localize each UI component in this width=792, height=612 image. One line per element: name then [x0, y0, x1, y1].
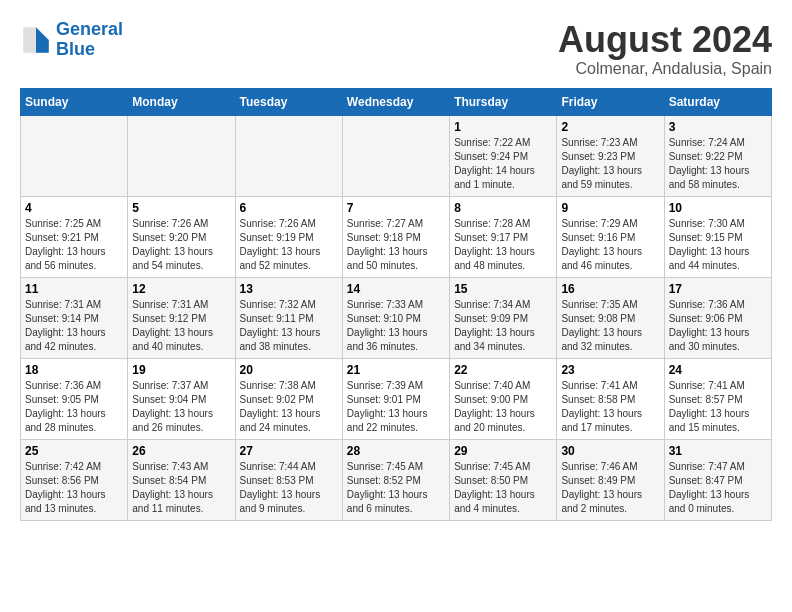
- day-info: Sunrise: 7:41 AM Sunset: 8:58 PM Dayligh…: [561, 379, 659, 435]
- calendar-table: SundayMondayTuesdayWednesdayThursdayFrid…: [20, 88, 772, 521]
- day-info: Sunrise: 7:22 AM Sunset: 9:24 PM Dayligh…: [454, 136, 552, 192]
- day-number: 20: [240, 363, 338, 377]
- day-number: 12: [132, 282, 230, 296]
- day-info: Sunrise: 7:31 AM Sunset: 9:14 PM Dayligh…: [25, 298, 123, 354]
- day-number: 27: [240, 444, 338, 458]
- day-number: 16: [561, 282, 659, 296]
- calendar-cell: 31Sunrise: 7:47 AM Sunset: 8:47 PM Dayli…: [664, 439, 771, 520]
- day-info: Sunrise: 7:34 AM Sunset: 9:09 PM Dayligh…: [454, 298, 552, 354]
- svg-marker-1: [36, 40, 49, 53]
- weekday-header-row: SundayMondayTuesdayWednesdayThursdayFrid…: [21, 88, 772, 115]
- day-info: Sunrise: 7:45 AM Sunset: 8:52 PM Dayligh…: [347, 460, 445, 516]
- calendar-cell: 28Sunrise: 7:45 AM Sunset: 8:52 PM Dayli…: [342, 439, 449, 520]
- day-info: Sunrise: 7:40 AM Sunset: 9:00 PM Dayligh…: [454, 379, 552, 435]
- day-number: 11: [25, 282, 123, 296]
- day-number: 10: [669, 201, 767, 215]
- day-number: 15: [454, 282, 552, 296]
- calendar-cell: 29Sunrise: 7:45 AM Sunset: 8:50 PM Dayli…: [450, 439, 557, 520]
- day-number: 13: [240, 282, 338, 296]
- page-title: August 2024: [558, 20, 772, 60]
- calendar-cell: 11Sunrise: 7:31 AM Sunset: 9:14 PM Dayli…: [21, 277, 128, 358]
- weekday-header-friday: Friday: [557, 88, 664, 115]
- day-info: Sunrise: 7:30 AM Sunset: 9:15 PM Dayligh…: [669, 217, 767, 273]
- day-info: Sunrise: 7:36 AM Sunset: 9:06 PM Dayligh…: [669, 298, 767, 354]
- calendar-week-5: 25Sunrise: 7:42 AM Sunset: 8:56 PM Dayli…: [21, 439, 772, 520]
- calendar-cell: 21Sunrise: 7:39 AM Sunset: 9:01 PM Dayli…: [342, 358, 449, 439]
- day-number: 7: [347, 201, 445, 215]
- day-info: Sunrise: 7:45 AM Sunset: 8:50 PM Dayligh…: [454, 460, 552, 516]
- calendar-cell: 22Sunrise: 7:40 AM Sunset: 9:00 PM Dayli…: [450, 358, 557, 439]
- day-number: 31: [669, 444, 767, 458]
- day-number: 8: [454, 201, 552, 215]
- day-info: Sunrise: 7:29 AM Sunset: 9:16 PM Dayligh…: [561, 217, 659, 273]
- day-number: 26: [132, 444, 230, 458]
- calendar-cell: 17Sunrise: 7:36 AM Sunset: 9:06 PM Dayli…: [664, 277, 771, 358]
- title-section: August 2024 Colmenar, Andalusia, Spain: [558, 20, 772, 78]
- calendar-week-4: 18Sunrise: 7:36 AM Sunset: 9:05 PM Dayli…: [21, 358, 772, 439]
- calendar-cell: [128, 115, 235, 196]
- day-number: 18: [25, 363, 123, 377]
- page-subtitle: Colmenar, Andalusia, Spain: [558, 60, 772, 78]
- calendar-cell: 14Sunrise: 7:33 AM Sunset: 9:10 PM Dayli…: [342, 277, 449, 358]
- day-number: 17: [669, 282, 767, 296]
- day-info: Sunrise: 7:31 AM Sunset: 9:12 PM Dayligh…: [132, 298, 230, 354]
- calendar-week-2: 4Sunrise: 7:25 AM Sunset: 9:21 PM Daylig…: [21, 196, 772, 277]
- day-info: Sunrise: 7:32 AM Sunset: 9:11 PM Dayligh…: [240, 298, 338, 354]
- weekday-header-tuesday: Tuesday: [235, 88, 342, 115]
- day-info: Sunrise: 7:28 AM Sunset: 9:17 PM Dayligh…: [454, 217, 552, 273]
- weekday-header-thursday: Thursday: [450, 88, 557, 115]
- calendar-cell: 6Sunrise: 7:26 AM Sunset: 9:19 PM Daylig…: [235, 196, 342, 277]
- day-number: 3: [669, 120, 767, 134]
- day-number: 30: [561, 444, 659, 458]
- logo-line2: Blue: [56, 39, 95, 59]
- day-info: Sunrise: 7:35 AM Sunset: 9:08 PM Dayligh…: [561, 298, 659, 354]
- day-info: Sunrise: 7:37 AM Sunset: 9:04 PM Dayligh…: [132, 379, 230, 435]
- day-info: Sunrise: 7:26 AM Sunset: 9:20 PM Dayligh…: [132, 217, 230, 273]
- day-number: 6: [240, 201, 338, 215]
- day-number: 4: [25, 201, 123, 215]
- calendar-cell: 5Sunrise: 7:26 AM Sunset: 9:20 PM Daylig…: [128, 196, 235, 277]
- day-info: Sunrise: 7:43 AM Sunset: 8:54 PM Dayligh…: [132, 460, 230, 516]
- calendar-cell: 20Sunrise: 7:38 AM Sunset: 9:02 PM Dayli…: [235, 358, 342, 439]
- logo-icon: [20, 24, 52, 56]
- day-info: Sunrise: 7:27 AM Sunset: 9:18 PM Dayligh…: [347, 217, 445, 273]
- weekday-header-sunday: Sunday: [21, 88, 128, 115]
- calendar-cell: 1Sunrise: 7:22 AM Sunset: 9:24 PM Daylig…: [450, 115, 557, 196]
- day-info: Sunrise: 7:25 AM Sunset: 9:21 PM Dayligh…: [25, 217, 123, 273]
- logo: General Blue: [20, 20, 123, 60]
- calendar-cell: 4Sunrise: 7:25 AM Sunset: 9:21 PM Daylig…: [21, 196, 128, 277]
- calendar-cell: 30Sunrise: 7:46 AM Sunset: 8:49 PM Dayli…: [557, 439, 664, 520]
- day-number: 28: [347, 444, 445, 458]
- header: General Blue August 2024 Colmenar, Andal…: [20, 20, 772, 78]
- day-info: Sunrise: 7:41 AM Sunset: 8:57 PM Dayligh…: [669, 379, 767, 435]
- day-info: Sunrise: 7:24 AM Sunset: 9:22 PM Dayligh…: [669, 136, 767, 192]
- calendar-cell: 18Sunrise: 7:36 AM Sunset: 9:05 PM Dayli…: [21, 358, 128, 439]
- logo-line1: General: [56, 19, 123, 39]
- calendar-cell: [342, 115, 449, 196]
- calendar-cell: 19Sunrise: 7:37 AM Sunset: 9:04 PM Dayli…: [128, 358, 235, 439]
- day-number: 19: [132, 363, 230, 377]
- calendar-cell: 24Sunrise: 7:41 AM Sunset: 8:57 PM Dayli…: [664, 358, 771, 439]
- day-info: Sunrise: 7:42 AM Sunset: 8:56 PM Dayligh…: [25, 460, 123, 516]
- calendar-cell: 2Sunrise: 7:23 AM Sunset: 9:23 PM Daylig…: [557, 115, 664, 196]
- calendar-cell: 15Sunrise: 7:34 AM Sunset: 9:09 PM Dayli…: [450, 277, 557, 358]
- day-info: Sunrise: 7:33 AM Sunset: 9:10 PM Dayligh…: [347, 298, 445, 354]
- day-info: Sunrise: 7:26 AM Sunset: 9:19 PM Dayligh…: [240, 217, 338, 273]
- calendar-cell: 23Sunrise: 7:41 AM Sunset: 8:58 PM Dayli…: [557, 358, 664, 439]
- day-number: 1: [454, 120, 552, 134]
- day-number: 22: [454, 363, 552, 377]
- day-number: 21: [347, 363, 445, 377]
- day-number: 9: [561, 201, 659, 215]
- day-info: Sunrise: 7:39 AM Sunset: 9:01 PM Dayligh…: [347, 379, 445, 435]
- day-info: Sunrise: 7:23 AM Sunset: 9:23 PM Dayligh…: [561, 136, 659, 192]
- calendar-cell: 9Sunrise: 7:29 AM Sunset: 9:16 PM Daylig…: [557, 196, 664, 277]
- day-number: 24: [669, 363, 767, 377]
- day-number: 2: [561, 120, 659, 134]
- calendar-cell: 27Sunrise: 7:44 AM Sunset: 8:53 PM Dayli…: [235, 439, 342, 520]
- day-number: 29: [454, 444, 552, 458]
- day-info: Sunrise: 7:46 AM Sunset: 8:49 PM Dayligh…: [561, 460, 659, 516]
- calendar-week-3: 11Sunrise: 7:31 AM Sunset: 9:14 PM Dayli…: [21, 277, 772, 358]
- calendar-cell: 25Sunrise: 7:42 AM Sunset: 8:56 PM Dayli…: [21, 439, 128, 520]
- calendar-week-1: 1Sunrise: 7:22 AM Sunset: 9:24 PM Daylig…: [21, 115, 772, 196]
- svg-rect-2: [23, 27, 36, 53]
